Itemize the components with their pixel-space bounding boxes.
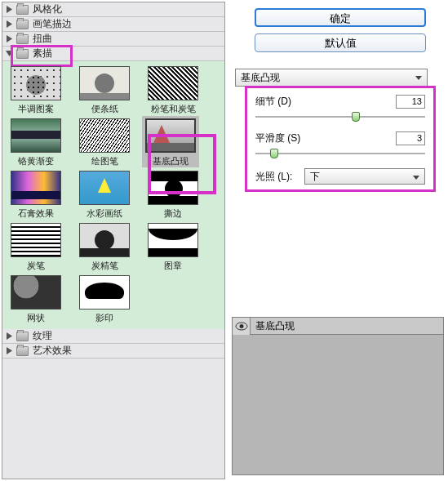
category-label: 素描 [33, 47, 52, 60]
thumb-label: 网状 [27, 312, 45, 324]
thumb-label: 绘图笔 [91, 155, 118, 167]
filter-library-panel: 风格化 画笔描边 扭曲 素描 半调图案 便条纸 粉笔和炭笔 [2, 2, 225, 479]
thumb-label: 图章 [164, 260, 182, 272]
svg-marker-1 [7, 20, 12, 28]
light-select[interactable]: 下 [304, 168, 425, 185]
category-label: 扭曲 [33, 32, 52, 46]
thumb-stamp[interactable]: 图章 [144, 223, 202, 272]
category-stylize[interactable]: 风格化 [2, 2, 224, 17]
ok-button[interactable]: 确定 [255, 8, 426, 27]
triangle-down-icon [6, 50, 13, 57]
triangle-right-icon [6, 332, 13, 340]
thumb-chalk[interactable]: 粉笔和炭笔 [144, 66, 202, 115]
category-label: 艺术效果 [33, 344, 72, 358]
thumb-reticulation[interactable]: 网状 [7, 275, 64, 324]
smooth-slider[interactable] [255, 149, 425, 160]
triangle-right-icon [6, 20, 13, 28]
thumb-label: 影印 [95, 312, 113, 324]
action-buttons: 确定 默认值 [235, 8, 446, 59]
thumb-conte[interactable]: 炭精笔 [76, 223, 133, 272]
svg-marker-3 [6, 51, 13, 56]
thumb-label: 基底凸现 [153, 155, 189, 167]
triangle-right-icon [6, 347, 13, 354]
detail-value[interactable]: 13 [396, 95, 425, 109]
detail-slider[interactable] [255, 112, 425, 123]
chevron-down-icon [415, 76, 422, 80]
thumb-charcoal[interactable]: 炭笔 [7, 223, 64, 272]
thumb-label: 炭笔 [27, 260, 45, 272]
svg-marker-5 [7, 347, 12, 354]
thumb-waterpaper[interactable]: 水彩画纸 [76, 171, 133, 220]
thumb-basrelief[interactable]: 基底凸现 [142, 116, 199, 167]
folder-icon [16, 5, 29, 15]
category-brush[interactable]: 画笔描边 [2, 17, 224, 32]
folder-icon [16, 34, 29, 44]
chevron-down-icon [413, 176, 419, 180]
svg-marker-2 [7, 35, 12, 42]
thumb-label: 石膏效果 [18, 207, 54, 220]
thumb-label: 撕边 [164, 207, 182, 220]
thumb-halftone[interactable]: 半调图案 [7, 66, 64, 115]
svg-point-7 [239, 324, 243, 328]
smooth-value[interactable]: 3 [396, 131, 425, 145]
category-sketch[interactable]: 素描 [2, 47, 224, 61]
folder-icon [16, 49, 29, 59]
effect-layer-row[interactable]: 基底凸现 [233, 318, 443, 335]
effect-layer-label: 基底凸现 [251, 319, 295, 333]
svg-marker-4 [7, 332, 12, 340]
thumb-label: 水彩画纸 [86, 207, 122, 220]
detail-label: 细节 (D) [255, 95, 396, 109]
thumb-label: 铬黄渐变 [18, 155, 54, 167]
thumb-tornedge[interactable]: 撕边 [144, 171, 202, 220]
effect-stack-panel: 基底凸现 [232, 317, 444, 475]
filter-params-panel: 细节 (D) 13 平滑度 (S) 3 光照 (L): 下 [245, 86, 436, 192]
visibility-toggle[interactable] [233, 318, 251, 335]
eye-icon [235, 322, 248, 331]
category-label: 风格化 [33, 2, 62, 16]
folder-icon [16, 346, 29, 356]
category-label: 画笔描边 [33, 17, 72, 31]
thumb-label: 半调图案 [18, 103, 54, 115]
thumb-plaster[interactable]: 石膏效果 [7, 171, 64, 220]
thumb-graphicpen[interactable]: 绘图笔 [76, 118, 133, 167]
thumb-label: 粉笔和炭笔 [151, 103, 196, 115]
category-label: 纹理 [33, 329, 52, 343]
thumbnail-grid: 半调图案 便条纸 粉笔和炭笔 铬黄渐变 绘图笔 基底凸现 [2, 61, 224, 329]
thumb-notepaper[interactable]: 便条纸 [76, 66, 133, 115]
category-distort[interactable]: 扭曲 [2, 32, 224, 47]
thumb-label: 便条纸 [91, 103, 118, 115]
light-select-value: 下 [310, 170, 320, 184]
thumb-label: 炭精笔 [91, 260, 118, 272]
folder-icon [16, 20, 29, 29]
category-texture[interactable]: 纹理 [2, 329, 224, 344]
thumb-chrome[interactable]: 铬黄渐变 [7, 118, 64, 167]
triangle-right-icon [6, 6, 13, 13]
thumb-photocopy[interactable]: 影印 [76, 275, 133, 324]
triangle-right-icon [6, 35, 13, 42]
defaults-button[interactable]: 默认值 [255, 33, 426, 52]
smooth-label: 平滑度 (S) [255, 131, 396, 145]
folder-icon [16, 332, 29, 341]
svg-marker-0 [7, 6, 12, 13]
filter-select-value: 基底凸现 [241, 71, 280, 85]
filter-select[interactable]: 基底凸现 [235, 69, 428, 87]
light-label: 光照 (L): [255, 170, 304, 184]
category-artistic[interactable]: 艺术效果 [2, 344, 224, 359]
